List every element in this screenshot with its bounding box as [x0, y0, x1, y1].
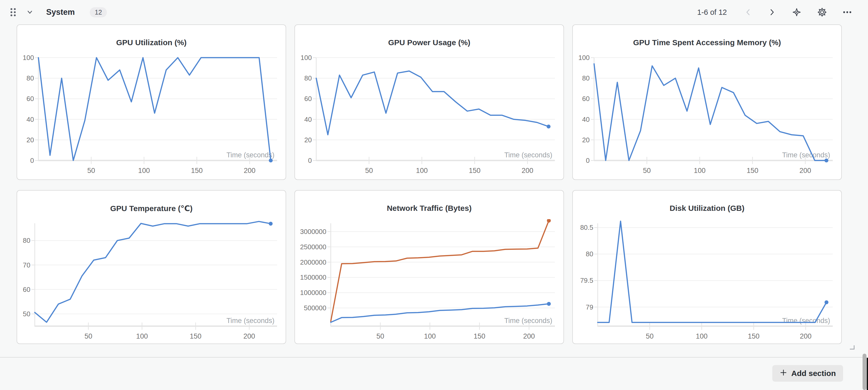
svg-text:150: 150	[747, 167, 758, 174]
svg-text:20: 20	[304, 136, 312, 144]
svg-text:60: 60	[27, 95, 34, 103]
svg-text:80: 80	[27, 74, 34, 82]
svg-text:2500000: 2500000	[300, 243, 327, 251]
drag-handle-icon[interactable]	[10, 7, 17, 17]
next-page-button[interactable]	[767, 7, 777, 18]
chart-panel[interactable]: GPU Temperature (℃) 5060708050100150200T…	[17, 190, 286, 344]
svg-text:150: 150	[190, 332, 202, 340]
svg-text:200: 200	[800, 332, 811, 340]
svg-text:20: 20	[582, 136, 590, 144]
chart-panel[interactable]: Network Traffic (Bytes) 5000001000000150…	[294, 190, 564, 344]
svg-text:200: 200	[800, 167, 811, 174]
svg-text:200: 200	[522, 167, 533, 174]
svg-text:80: 80	[23, 236, 30, 244]
svg-text:60: 60	[582, 95, 590, 103]
chart-plot[interactable]: 5060708050100150200Time (seconds)	[17, 219, 286, 344]
svg-text:20: 20	[27, 136, 34, 144]
chart-title: Network Traffic (Bytes)	[295, 191, 563, 219]
x-axis-label: Time (seconds)	[504, 317, 552, 325]
chart-title: GPU Utilization (%)	[17, 25, 286, 54]
add-section-button[interactable]: Add section	[772, 365, 843, 382]
svg-text:500000: 500000	[304, 304, 327, 312]
section-divider	[0, 357, 868, 358]
svg-text:79.5: 79.5	[580, 277, 593, 284]
svg-text:50: 50	[85, 332, 92, 340]
svg-text:50: 50	[87, 167, 95, 174]
svg-text:80.5: 80.5	[580, 224, 593, 231]
svg-text:80: 80	[582, 74, 590, 82]
svg-text:50: 50	[365, 167, 373, 174]
svg-text:0: 0	[586, 157, 590, 164]
prev-page-button[interactable]	[743, 7, 753, 18]
svg-text:1500000: 1500000	[300, 273, 327, 281]
svg-text:200: 200	[523, 332, 535, 340]
chart-plot[interactable]: 7979.58080.550100150200Time (seconds)	[573, 219, 842, 344]
pagination-label: 1-6 of 12	[697, 8, 727, 17]
svg-text:60: 60	[304, 95, 312, 103]
chart-plot[interactable]: 02040608010050100150200Time (seconds)	[17, 54, 286, 180]
add-section-label: Add section	[791, 369, 836, 378]
chart-title: GPU Power Usage (%)	[295, 25, 563, 54]
svg-text:100: 100	[424, 332, 436, 340]
chart-title: GPU Time Spent Accessing Memory (%)	[573, 25, 841, 54]
x-axis-label: Time (seconds)	[782, 317, 830, 325]
svg-text:3000000: 3000000	[300, 228, 327, 235]
chart-panel[interactable]: GPU Time Spent Accessing Memory (%) 0204…	[572, 24, 842, 180]
svg-text:79: 79	[586, 303, 593, 311]
window-edge	[867, 358, 868, 390]
svg-text:100: 100	[696, 332, 707, 340]
svg-text:150: 150	[474, 332, 485, 340]
x-axis-label: Time (seconds)	[226, 317, 275, 325]
svg-text:100: 100	[416, 167, 428, 174]
svg-text:0: 0	[308, 157, 312, 164]
svg-text:100: 100	[694, 167, 706, 174]
svg-text:100: 100	[301, 54, 312, 61]
svg-text:100: 100	[579, 54, 590, 61]
svg-text:70: 70	[23, 261, 30, 269]
svg-text:200: 200	[243, 332, 255, 340]
chart-panel[interactable]: Disk Utilization (GB) 7979.58080.5501001…	[572, 190, 842, 344]
svg-text:50: 50	[646, 332, 653, 340]
svg-text:150: 150	[748, 332, 760, 340]
chart-title: Disk Utilization (GB)	[573, 191, 841, 219]
svg-text:50: 50	[23, 310, 30, 318]
panel-count-badge: 12	[90, 7, 107, 18]
x-axis-label: Time (seconds)	[504, 151, 552, 159]
sparkle-icon[interactable]	[791, 6, 803, 18]
svg-text:40: 40	[582, 115, 590, 123]
chart-plot[interactable]: 02040608010050100150200Time (seconds)	[295, 54, 564, 180]
chevron-down-icon[interactable]	[26, 8, 34, 16]
section-title: System	[46, 7, 75, 17]
chart-title: GPU Temperature (℃)	[17, 191, 286, 219]
svg-text:40: 40	[304, 115, 312, 123]
gear-icon[interactable]	[816, 6, 828, 18]
resize-corner-icon[interactable]	[850, 345, 855, 350]
svg-text:50: 50	[643, 167, 651, 174]
svg-text:60: 60	[23, 286, 30, 294]
svg-text:2000000: 2000000	[300, 258, 327, 266]
svg-text:40: 40	[27, 115, 34, 123]
panel-grid: GPU Utilization (%) 02040608010050100150…	[17, 24, 842, 344]
svg-text:200: 200	[244, 167, 255, 174]
chart-panel[interactable]: GPU Utilization (%) 02040608010050100150…	[17, 24, 286, 180]
plus-icon	[779, 369, 787, 378]
x-axis-label: Time (seconds)	[226, 151, 275, 159]
section-header: System 12 1-6 of 12	[0, 0, 868, 24]
chart-panel[interactable]: GPU Power Usage (%) 02040608010050100150…	[294, 24, 564, 180]
svg-text:150: 150	[191, 167, 203, 174]
more-options-icon[interactable]	[841, 6, 853, 18]
chart-plot[interactable]: 5000001000000150000020000002500000300000…	[295, 219, 564, 344]
x-axis-label: Time (seconds)	[782, 151, 830, 159]
svg-text:80: 80	[304, 74, 312, 82]
svg-text:1000000: 1000000	[300, 289, 327, 297]
svg-text:0: 0	[30, 157, 34, 164]
svg-text:150: 150	[469, 167, 480, 174]
svg-text:80: 80	[586, 250, 593, 258]
svg-text:100: 100	[138, 167, 150, 174]
vertical-scrollbar[interactable]	[863, 354, 866, 390]
svg-text:100: 100	[23, 54, 34, 61]
svg-text:50: 50	[376, 332, 384, 340]
chart-plot[interactable]: 02040608010050100150200Time (seconds)	[573, 54, 842, 180]
svg-text:100: 100	[136, 332, 148, 340]
